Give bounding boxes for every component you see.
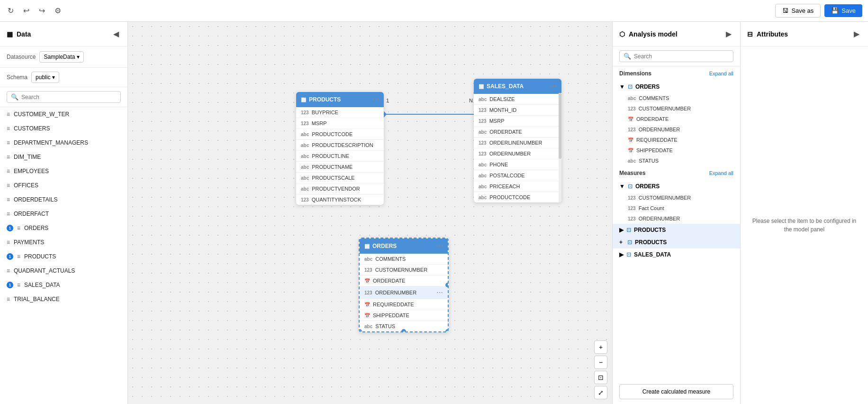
tree-item[interactable]: 123Fact Count	[613, 203, 740, 213]
card-field-row[interactable]: abcORDERDATE	[474, 127, 561, 138]
handle-bm[interactable]	[401, 329, 406, 332]
left-search-input[interactable]	[21, 94, 117, 101]
table-item[interactable]: ≡TRIAL_BALANCE	[0, 292, 127, 306]
handle-tr[interactable]	[445, 238, 449, 241]
dimensions-expand-all[interactable]: Expand all	[709, 71, 733, 76]
card-field-row[interactable]: 123MONTH_ID	[474, 105, 561, 116]
table-item[interactable]: ≡PAYMENTS	[0, 235, 127, 249]
zoom-fit-button[interactable]: ⊡	[594, 371, 607, 384]
refresh-button[interactable]: ↻	[6, 4, 16, 17]
card-field-row[interactable]: 123MSRP	[474, 116, 561, 127]
table-item[interactable]: ≡EMPLOYEES	[0, 164, 127, 178]
field-more[interactable]: ⋯	[436, 289, 443, 296]
datasource-select[interactable]: SampleData ▾	[39, 51, 84, 63]
card-field-row[interactable]: abcPRODUCTCODE	[296, 129, 384, 140]
products-card-more[interactable]: ⋯	[372, 96, 379, 103]
table-name: CUSTOMERS	[14, 125, 50, 132]
main-layout: ▦ Data ◀ Datasource SampleData ▾ Schema …	[0, 22, 868, 404]
schema-label: Schema	[7, 74, 27, 81]
datasource-row: Datasource SampleData ▾	[0, 46, 127, 68]
card-field-row[interactable]: abcPRODUCTVENDOR	[296, 184, 384, 194]
create-calculated-measure-button[interactable]: Create calculated measure	[619, 384, 733, 399]
data-label: Data	[17, 30, 31, 38]
zoom-reset-button[interactable]: ⤢	[594, 386, 607, 399]
card-field-row[interactable]: 123CUSTOMERNUMBER	[360, 265, 448, 275]
measures-expand-all[interactable]: Expand all	[709, 170, 733, 176]
card-field-row[interactable]: abcCOMMENTS	[360, 254, 448, 265]
card-field-row[interactable]: abcPHONE	[474, 159, 561, 170]
table-item[interactable]: 1≡PRODUCTS	[0, 249, 127, 264]
orders-card-title: ORDERS	[372, 243, 397, 249]
table-name: ORDERS	[24, 225, 48, 231]
card-field-row[interactable]: abcPRODUCTCODE	[474, 192, 561, 202]
collapse-analysis-button[interactable]: ▶	[724, 28, 733, 40]
tree-item[interactable]: 📅SHIPPEDDATE	[613, 145, 740, 156]
card-field-row[interactable]: 📅SHIPPEDDATE	[360, 310, 448, 321]
handle-bl[interactable]	[359, 329, 362, 332]
schema-select[interactable]: public ▾	[31, 72, 59, 83]
card-field-row[interactable]: 123BUYPRICE	[296, 107, 384, 118]
table-item[interactable]: 1≡SALES_DATA	[0, 278, 127, 292]
card-field-row[interactable]: 123ORDERNUMBER	[474, 148, 561, 159]
save-as-button[interactable]: 🖫 Save as	[775, 4, 821, 18]
tree-item-name: CUSTOMERNUMBER	[639, 106, 691, 111]
card-field-row[interactable]: abcPRODUCTLINE	[296, 151, 384, 162]
table-item[interactable]: 1≡ORDERS	[0, 221, 127, 235]
tree-group-header[interactable]: ▼⊡ORDERS	[613, 81, 740, 93]
field-type: 123	[479, 151, 487, 156]
card-field-row[interactable]: abcPOSTALCODE	[474, 170, 561, 181]
tree-item[interactable]: 123CUSTOMERNUMBER	[613, 103, 740, 114]
card-field-row[interactable]: 123QUANTITYINSTOCK	[296, 194, 384, 205]
card-field-row[interactable]: 📅REQUIREDDATE	[360, 299, 448, 310]
table-item[interactable]: ≡ORDERFACT	[0, 207, 127, 221]
scrollbar-thumb[interactable]	[559, 93, 561, 159]
products-card: ▦ PRODUCTS ⋯ 123BUYPRICE123MSRPabcPRODUC…	[296, 92, 384, 205]
table-item[interactable]: ≡ORDERDETAILS	[0, 193, 127, 207]
tree-group-expand[interactable]: +⊡PRODUCTS	[613, 236, 740, 248]
tree-item[interactable]: 123ORDERNUMBER	[613, 213, 740, 224]
redo-button[interactable]: ↪	[37, 4, 47, 17]
tree-item[interactable]: 📅REQUIREDDATE	[613, 135, 740, 145]
table-item[interactable]: ≡CUSTOMER_W_TER	[0, 107, 127, 121]
table-name: SALES_DATA	[24, 282, 60, 288]
analysis-search-input[interactable]	[634, 53, 729, 60]
card-field-row[interactable]: abcPRODUCTDESCRIPTION	[296, 140, 384, 151]
group-icon: ⊡	[628, 83, 633, 90]
card-field-row[interactable]: 123ORDERNUMBER⋯	[360, 286, 448, 299]
table-item[interactable]: ≡DEPARTMENT_MANAGERS	[0, 136, 127, 150]
card-field-row[interactable]: 📅ORDERDATE	[360, 275, 448, 286]
zoom-in-button[interactable]: +	[594, 340, 607, 354]
save-button[interactable]: 💾 Save	[824, 4, 862, 17]
card-field-row[interactable]: abcPRODUCTNAME	[296, 162, 384, 173]
card-field-row[interactable]: abcPRODUCTSCALE	[296, 173, 384, 184]
cube-icon: ⬡	[619, 30, 625, 38]
handle-br[interactable]	[445, 329, 449, 332]
settings-button[interactable]: ⚙	[53, 4, 63, 17]
card-field-row[interactable]: 123ORDERLINENUMBER	[474, 138, 561, 148]
card-field-row[interactable]: 123MSRP	[296, 118, 384, 129]
tree-item[interactable]: 123CUSTOMERNUMBER	[613, 193, 740, 203]
collapse-left-button[interactable]: ◀	[111, 28, 121, 40]
table-item[interactable]: ≡OFFICES	[0, 178, 127, 193]
card-field-row[interactable]: abcPRICEEACH	[474, 181, 561, 192]
tree-item[interactable]: abcCOMMENTS	[613, 93, 740, 103]
sales-data-card-more[interactable]: ⋯	[550, 83, 557, 90]
tree-item-name: STATUS	[639, 158, 659, 164]
orders-card-more[interactable]: ⋯	[436, 242, 443, 250]
collapse-attributes-button[interactable]: ▶	[852, 28, 861, 40]
datasource-label: Datasource	[7, 54, 36, 60]
table-name: EMPLOYEES	[14, 168, 49, 174]
handle-mr[interactable]	[445, 283, 449, 287]
table-item[interactable]: ≡CUSTOMERS	[0, 121, 127, 136]
table-item[interactable]: ≡DIM_TIME	[0, 150, 127, 164]
tree-group-header[interactable]: ▶⊡SALES_DATA	[613, 248, 740, 261]
tree-item[interactable]: 📅ORDERDATE	[613, 114, 740, 124]
tree-item[interactable]: 123ORDERNUMBER	[613, 124, 740, 135]
tree-item[interactable]: abcSTATUS	[613, 156, 740, 166]
undo-button[interactable]: ↩	[21, 4, 31, 17]
card-field-row[interactable]: abcDEALSIZE	[474, 94, 561, 105]
table-item[interactable]: ≡QUADRANT_ACTUALS	[0, 264, 127, 278]
tree-group-header[interactable]: ▶⊡PRODUCTS	[613, 224, 740, 236]
zoom-out-button[interactable]: −	[594, 356, 607, 369]
tree-group-header[interactable]: ▼⊡ORDERS	[613, 180, 740, 193]
